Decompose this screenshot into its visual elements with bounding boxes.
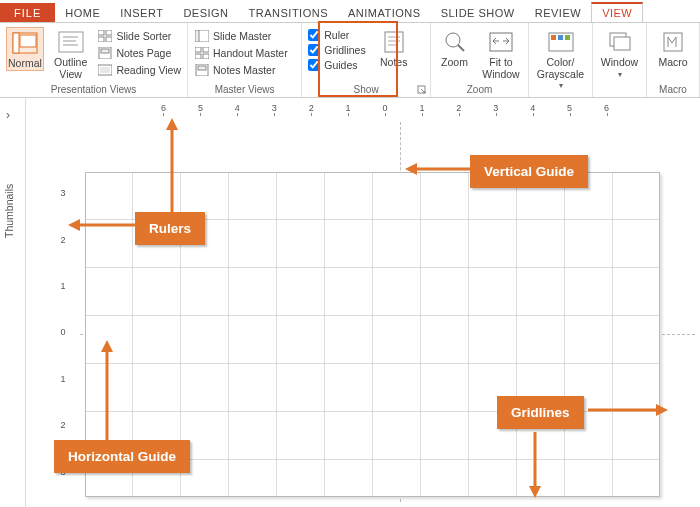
ruler-tick: 1 <box>330 103 367 113</box>
ruler-checkbox[interactable]: Ruler <box>308 29 365 41</box>
slide-master-button[interactable]: Slide Master <box>194 29 288 43</box>
svg-rect-36 <box>614 37 630 50</box>
group-label-master-views: Master Views <box>188 83 301 97</box>
show-dialog-launcher[interactable] <box>417 85 427 95</box>
ruler-tick: 2 <box>60 216 65 262</box>
tab-design[interactable]: DESIGN <box>173 4 238 22</box>
notes-master-label: Notes Master <box>213 64 275 76</box>
ruler-tick: 6 <box>145 103 182 113</box>
svg-marker-43 <box>405 163 417 175</box>
svg-marker-47 <box>529 486 541 498</box>
ruler-tick: 0 <box>60 309 65 355</box>
macros-button[interactable]: Macro <box>653 27 693 69</box>
handout-master-button[interactable]: Handout Master <box>194 46 288 60</box>
zoom-button[interactable]: Zoom <box>437 27 472 69</box>
slide-sorter-icon <box>97 29 113 43</box>
outline-view-label: Outline View <box>52 57 90 80</box>
macros-label: Macro <box>658 57 687 69</box>
normal-view-button[interactable]: Normal <box>6 27 44 71</box>
group-zoom: Zoom Fit to Window Zoom <box>431 23 529 97</box>
window-icon <box>606 29 634 55</box>
window-button[interactable]: Window ▾ <box>599 27 640 79</box>
notes-button[interactable]: Notes <box>374 27 414 69</box>
svg-rect-23 <box>385 32 403 52</box>
tab-slideshow[interactable]: SLIDE SHOW <box>431 4 525 22</box>
group-color: Color/ Grayscale ▾ <box>529 23 593 97</box>
color-grayscale-label: Color/ Grayscale <box>535 57 586 80</box>
guides-checkbox-label: Guides <box>324 59 357 71</box>
color-grayscale-button[interactable]: Color/ Grayscale ▾ <box>535 27 586 90</box>
guides-checkbox-input[interactable] <box>308 59 320 71</box>
tab-animations[interactable]: ANIMATIONS <box>338 4 431 22</box>
gridlines-checkbox[interactable]: Gridlines <box>308 44 365 56</box>
arrow-icon <box>68 218 136 234</box>
handout-master-icon <box>194 46 210 60</box>
group-show: Ruler Gridlines Guides Notes Show <box>302 23 431 97</box>
tab-transitions[interactable]: TRANSITIONS <box>239 4 338 22</box>
svg-rect-10 <box>106 37 112 42</box>
dropdown-caret-icon: ▾ <box>559 82 563 90</box>
horizontal-ruler: 6 5 4 3 2 1 0 1 2 3 4 5 6 <box>70 100 700 116</box>
tab-view[interactable]: VIEW <box>591 2 643 22</box>
svg-rect-1 <box>13 33 19 53</box>
thumbnails-expand-button[interactable]: › <box>6 108 10 122</box>
window-label: Window <box>601 57 638 69</box>
reading-view-button[interactable]: Reading View <box>97 63 181 77</box>
tab-review[interactable]: REVIEW <box>525 4 591 22</box>
callout-rulers: Rulers <box>135 212 205 245</box>
svg-rect-20 <box>203 54 209 59</box>
ribbon-tabs: FILE HOME INSERT DESIGN TRANSITIONS ANIM… <box>0 0 700 22</box>
thumbnails-pane: › Thumbnails <box>0 98 26 507</box>
svg-rect-17 <box>195 47 201 52</box>
svg-marker-41 <box>68 219 80 231</box>
svg-rect-22 <box>198 66 206 70</box>
fit-window-icon <box>487 29 515 55</box>
ribbon: Normal Outline View Slide Sorter Notes P… <box>0 22 700 98</box>
ruler-tick: 5 <box>551 103 588 113</box>
arrow-icon <box>405 162 471 178</box>
tab-home[interactable]: HOME <box>55 4 110 22</box>
ruler-checkbox-label: Ruler <box>324 29 349 41</box>
ruler-tick: 0 <box>367 103 404 113</box>
macros-icon <box>659 29 687 55</box>
zoom-icon <box>441 29 469 55</box>
svg-marker-49 <box>656 404 668 416</box>
svg-rect-8 <box>106 30 112 35</box>
svg-rect-14 <box>100 67 110 73</box>
svg-rect-2 <box>20 35 36 47</box>
notes-master-button[interactable]: Notes Master <box>194 63 288 77</box>
group-label-show: Show <box>302 83 430 97</box>
ruler-tick: 2 <box>440 103 477 113</box>
notes-label: Notes <box>380 57 407 69</box>
notes-page-button[interactable]: Notes Page <box>97 46 181 60</box>
group-label-macros: Macro <box>647 83 699 97</box>
ruler-tick: 2 <box>293 103 330 113</box>
reading-view-icon <box>97 63 113 77</box>
slide-sorter-button[interactable]: Slide Sorter <box>97 29 181 43</box>
ruler-tick: 1 <box>403 103 440 113</box>
svg-rect-34 <box>565 35 570 40</box>
group-macros: Macro Macro <box>647 23 700 97</box>
svg-marker-45 <box>101 340 113 352</box>
arrow-icon <box>528 432 542 500</box>
svg-rect-3 <box>59 32 83 52</box>
arrow-icon <box>588 403 668 419</box>
tab-insert[interactable]: INSERT <box>110 4 173 22</box>
group-master-views: Slide Master Handout Master Notes Master… <box>188 23 302 97</box>
outline-view-button[interactable]: Outline View <box>52 27 90 80</box>
tab-file[interactable]: FILE <box>0 3 55 22</box>
thumbnails-label: Thumbnails <box>3 184 15 238</box>
arrow-icon <box>165 118 179 214</box>
reading-view-label: Reading View <box>116 64 181 76</box>
gridlines-checkbox-input[interactable] <box>308 44 320 56</box>
callout-horizontal-guide: Horizontal Guide <box>54 440 190 473</box>
ruler-tick: 4 <box>514 103 551 113</box>
group-label-presentation-views: Presentation Views <box>0 83 187 97</box>
ruler-tick: 3 <box>256 103 293 113</box>
ruler-checkbox-input[interactable] <box>308 29 320 41</box>
notes-icon <box>380 29 408 55</box>
fit-window-button[interactable]: Fit to Window <box>480 27 522 80</box>
svg-rect-19 <box>195 54 201 59</box>
svg-line-29 <box>458 45 464 51</box>
guides-checkbox[interactable]: Guides <box>308 59 365 71</box>
